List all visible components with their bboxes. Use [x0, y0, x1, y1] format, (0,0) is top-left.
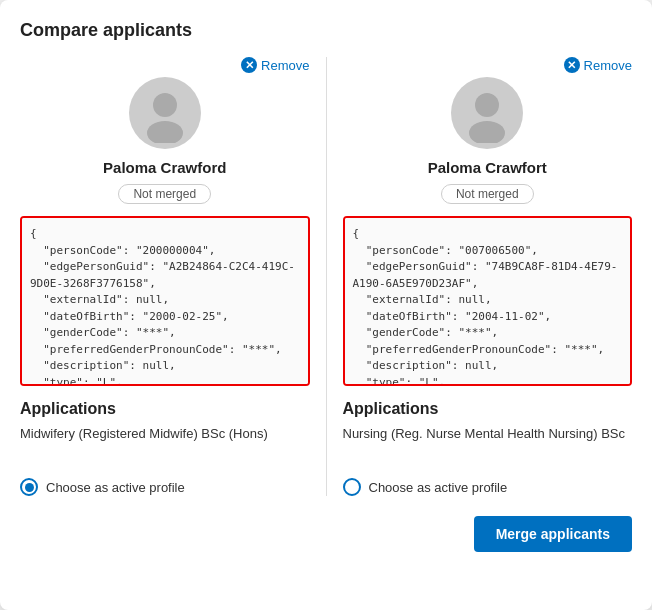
svg-point-3 — [469, 121, 505, 143]
bottom-bar: Merge applicants — [20, 516, 632, 552]
left-column: ✕ Remove Paloma Crawford Not merged { "p… — [20, 57, 310, 496]
json-box-left[interactable]: { "personCode": "200000004", "edgePerson… — [20, 216, 310, 386]
avatar-left — [129, 77, 201, 149]
merge-applicants-button[interactable]: Merge applicants — [474, 516, 632, 552]
applications-title-right: Applications — [343, 400, 439, 418]
remove-icon-right: ✕ — [564, 57, 580, 73]
compare-applicants-card: Compare applicants ✕ Remove Paloma Crawf… — [0, 0, 652, 610]
radio-label-right: Choose as active profile — [369, 480, 508, 495]
svg-point-1 — [147, 121, 183, 143]
radio-button-right[interactable] — [343, 478, 361, 496]
radio-label-left: Choose as active profile — [46, 480, 185, 495]
remove-icon-left: ✕ — [241, 57, 257, 73]
remove-row-left: ✕ Remove — [20, 57, 310, 73]
column-divider — [326, 57, 327, 496]
avatar-right — [451, 77, 523, 149]
svg-point-2 — [475, 93, 499, 117]
radio-row-left[interactable]: Choose as active profile — [20, 478, 185, 496]
radio-row-right[interactable]: Choose as active profile — [343, 478, 508, 496]
svg-point-0 — [153, 93, 177, 117]
remove-button-right[interactable]: ✕ Remove — [564, 57, 632, 73]
remove-label-left: Remove — [261, 58, 309, 73]
applicant-name-left: Paloma Crawford — [103, 159, 226, 176]
status-badge-left: Not merged — [118, 184, 211, 204]
json-box-right[interactable]: { "personCode": "007006500", "edgePerson… — [343, 216, 633, 386]
applicant-name-right: Paloma Crawfort — [428, 159, 547, 176]
columns-container: ✕ Remove Paloma Crawford Not merged { "p… — [20, 57, 632, 496]
remove-button-left[interactable]: ✕ Remove — [241, 57, 309, 73]
remove-row-right: ✕ Remove — [343, 57, 633, 73]
remove-label-right: Remove — [584, 58, 632, 73]
application-text-left: Midwifery (Registered Midwife) BSc (Hons… — [20, 426, 268, 462]
page-title: Compare applicants — [20, 20, 632, 41]
right-column: ✕ Remove Paloma Crawfort Not merged { "p… — [343, 57, 633, 496]
applications-title-left: Applications — [20, 400, 116, 418]
status-badge-right: Not merged — [441, 184, 534, 204]
application-text-right: Nursing (Reg. Nurse Mental Health Nursin… — [343, 426, 626, 462]
radio-button-left[interactable] — [20, 478, 38, 496]
